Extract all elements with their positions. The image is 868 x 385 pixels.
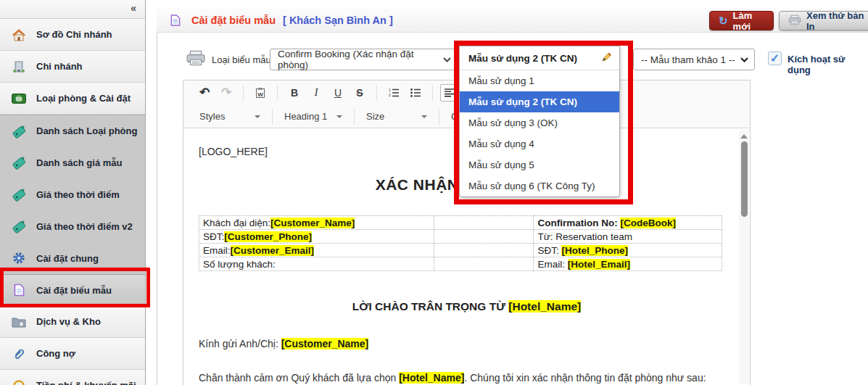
svg-text:1: 1 — [389, 88, 391, 92]
sidebar-item-danh-sach-gia-mau[interactable]: Danh sách giá mẫu — [0, 146, 145, 178]
dropdown-option[interactable]: Mẫu sử dụng 4 — [460, 133, 619, 154]
template-dropdown-selected[interactable]: Mẫu sử dụng 2 (TK CN) — [460, 46, 619, 70]
sidebar-item-label: Công nợ — [36, 348, 75, 359]
gear-icon — [10, 250, 28, 266]
underline-button[interactable]: U — [328, 84, 347, 102]
sidebar-item-label: Sơ đồ Chi nhánh — [36, 29, 112, 40]
chevron-down-icon — [421, 115, 427, 118]
paperclip-icon — [10, 346, 28, 362]
chevron-down-icon — [740, 57, 748, 62]
chevron-down-icon — [443, 57, 451, 62]
sidebar-item-dich-vu-kho[interactable]: Dịch vụ & Kho — [0, 306, 145, 338]
sidebar-item-gia-theo-thoi-diem[interactable]: Giá theo thời điểm — [0, 178, 145, 210]
form-type-select[interactable]: Confirm Booking (Xác nhận đặt phòng) — [270, 49, 458, 70]
sidebar-collapse-button[interactable]: « — [0, 0, 145, 19]
scrollbar-thumb[interactable] — [741, 141, 748, 217]
building-icon — [10, 59, 28, 75]
field-token: [Hotel_Name] — [399, 372, 464, 384]
sidebar: « Sơ đồ Chi nhánh Chi nhánh $$ Loại phòn… — [0, 0, 146, 385]
field-token: [Hotel_Email] — [568, 259, 630, 270]
print-preview-button[interactable]: Xem thử bản In — [779, 11, 868, 30]
sidebar-item-label: Danh sách giá mẫu — [36, 157, 122, 168]
house-icon — [10, 27, 28, 43]
body-paragraph: Chân thành cảm ơn Quý khách đã lựa chọn … — [199, 372, 739, 384]
reference-template-select[interactable]: -- Mẫu tham khảo 1 -- — [633, 49, 755, 70]
dropdown-option[interactable]: Mẫu sử dụng 6 (TK Công Ty) — [460, 175, 619, 196]
table-row: Email:[Customer_Email] SĐT: [Hotel_Phone… — [199, 244, 722, 257]
field-token: [Customer_Phone] — [224, 231, 312, 242]
sidebar-item-label: Loại phòng & Cài đặt — [36, 93, 131, 104]
sidebar-item-cong-no[interactable]: Công nợ — [0, 338, 145, 370]
styles-dropdown-label: Styles — [199, 111, 225, 122]
form-document-icon — [167, 12, 184, 28]
chevron-down-icon — [336, 115, 342, 118]
size-dropdown-label: Size — [366, 111, 384, 122]
styles-dropdown[interactable]: Styles — [195, 111, 265, 122]
strikethrough-button[interactable]: S — [350, 84, 369, 102]
refresh-button[interactable]: ↻ Làm mới — [709, 11, 774, 30]
numbered-list-icon[interactable]: 12 — [384, 84, 403, 102]
collapse-icon: « — [131, 2, 136, 14]
page-subtitle-branch: [ Khách Sạn Bình An ] — [283, 15, 393, 26]
coin-icon — [10, 378, 28, 385]
dropdown-option[interactable]: Mẫu sử dụng 3 (OK) — [460, 112, 619, 133]
redo-icon[interactable]: ↷ — [217, 84, 236, 102]
undo-icon[interactable]: ↶ — [195, 84, 214, 102]
refresh-button-label: Làm mới — [733, 10, 764, 32]
sidebar-item-cai-dat-bieu-mau[interactable]: Cài đặt biểu mẫu — [0, 274, 145, 306]
size-dropdown[interactable]: Size — [362, 111, 431, 122]
sidebar-item-chi-nhanh[interactable]: Chi nhánh — [0, 51, 145, 83]
table-row: Khách đại diện:[Customer_Name] Confirmat… — [199, 216, 722, 230]
folder-icon — [10, 314, 28, 330]
edit-pencil-icon[interactable] — [600, 51, 612, 65]
check-icon: ✓ — [770, 52, 780, 65]
sidebar-item-label: Dịch vụ & Kho — [36, 316, 101, 327]
printer-icon — [788, 15, 801, 28]
field-token: [Customer_Name] — [281, 338, 369, 349]
tag-icon — [10, 123, 28, 139]
sidebar-item-cai-dat-chung[interactable]: Cài đặt chung — [0, 242, 145, 274]
paste-from-word-icon[interactable]: W — [251, 84, 270, 102]
bulleted-list-icon[interactable] — [406, 84, 425, 102]
sidebar-item-loai-phong-cai-dat[interactable]: $$ Loại phòng & Cài đặt — [0, 83, 145, 115]
greeting-heading: LỜI CHÀO TRÂN TRỌNG TỪ [Hotel_Name] — [183, 300, 750, 313]
bold-button[interactable]: B — [285, 84, 304, 102]
sidebar-item-label: Danh sách Loại phòng — [36, 125, 137, 136]
format-dropdown[interactable]: Heading 1 — [280, 111, 347, 122]
sidebar-item-gia-theo-thoi-diem-v2[interactable]: Giá theo thời điểm v2 — [0, 210, 145, 242]
sidebar-item-label: Cài đặt chung — [36, 253, 99, 264]
logo-placeholder: [LOGO_HERE] — [199, 146, 268, 157]
sidebar-item-label: Giá theo thời điểm v2 — [36, 221, 133, 232]
page-title: Cài đặt biểu mẫu — [191, 15, 276, 26]
scroll-up-icon[interactable] — [740, 134, 748, 138]
activate-checkbox[interactable]: ✓ — [768, 51, 782, 65]
field-token: [CodeBook] — [620, 218, 676, 228]
sidebar-item-label: Giá theo thời điểm — [36, 189, 120, 200]
sidebar-item-danh-sach-loai-phong[interactable]: Danh sách Loại phòng — [0, 115, 145, 146]
money-icon: $$ — [10, 91, 28, 107]
print-preview-label: Xem thử bản In — [806, 10, 868, 32]
form-type-label: Loại biểu mẫu: — [212, 54, 273, 65]
tag-icon — [10, 154, 28, 170]
dropdown-option[interactable]: Mẫu sử dụng 1 — [460, 70, 619, 91]
print-form-icon — [186, 50, 206, 69]
sidebar-item-tien-phi[interactable]: Tiền phí & khuyến mãi — [0, 370, 145, 385]
app-root: « Sơ đồ Chi nhánh Chi nhánh $$ Loại phòn… — [0, 0, 868, 385]
table-row: SĐT:[Customer_Phone] Từ: Reservation tea… — [199, 230, 722, 244]
form-type-selected-value: Confirm Booking (Xác nhận đặt phòng) — [278, 49, 438, 70]
format-dropdown-label: Heading 1 — [284, 111, 327, 122]
svg-text:2: 2 — [389, 93, 391, 97]
field-token: [Customer_Name] — [270, 218, 355, 228]
salutation-line: Kính gửi Anh/Chị: [Customer_Name] — [199, 338, 368, 349]
sidebar-item-label: Tiền phí & khuyến mãi — [36, 380, 136, 385]
sidebar-item-so-do-chi-nhanh[interactable]: Sơ đồ Chi nhánh — [0, 19, 145, 51]
confirmation-table: Khách đại diện:[Customer_Name] Confirmat… — [199, 215, 722, 271]
field-token: [Hotel_Phone] — [561, 245, 628, 256]
align-left-icon[interactable] — [440, 84, 459, 102]
italic-button[interactable]: I — [307, 84, 326, 102]
field-token: [Hotel_Name] — [508, 300, 581, 312]
dropdown-option-highlighted[interactable]: Mẫu sử dụng 2 (TK CN) — [460, 91, 619, 112]
editor-scrollbar[interactable] — [739, 130, 749, 384]
svg-text:W: W — [257, 91, 263, 97]
dropdown-option[interactable]: Mẫu sử dụng 5 — [460, 154, 619, 175]
